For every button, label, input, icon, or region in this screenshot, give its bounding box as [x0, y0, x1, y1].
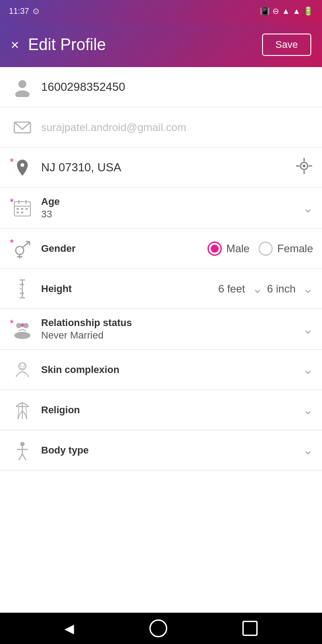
userid-value: 1600298352450	[41, 80, 125, 93]
close-button[interactable]: ×	[11, 38, 19, 52]
religion-label: Religion	[41, 404, 80, 415]
gender-required: *	[10, 237, 14, 249]
relationship-required: *	[10, 318, 14, 329]
feet-group[interactable]: 6 feet ⌄	[218, 281, 263, 296]
svg-line-46	[19, 454, 22, 460]
skin-complexion-chevron-icon: ⌄	[298, 362, 313, 377]
skin-content: Skin complexion	[36, 364, 298, 376]
gps-target-icon[interactable]	[291, 157, 313, 178]
email-icon	[9, 118, 36, 137]
gender-content: Gender	[36, 243, 202, 254]
email-placeholder: surajpatel.android@gmail.com	[41, 121, 186, 133]
svg-rect-16	[25, 208, 28, 210]
age-chevron-icon: ⌄	[298, 201, 313, 216]
body-type-content: Body type	[36, 445, 298, 456]
svg-marker-31	[21, 282, 24, 285]
svg-point-0	[18, 80, 26, 88]
location-icon: *	[9, 158, 36, 178]
page-title: Edit Profile	[28, 35, 106, 54]
wifi-icon: ▲	[282, 7, 290, 16]
female-label: Female	[277, 242, 313, 255]
body-type-chevron-icon: ⌄	[298, 443, 313, 458]
female-radio[interactable]	[258, 242, 273, 256]
inch-chevron-icon: ⌄	[298, 281, 313, 296]
relationship-row[interactable]: * Relationship status Never Married ⌄	[0, 309, 322, 350]
feet-chevron-icon: ⌄	[248, 281, 263, 296]
gender-icon: *	[9, 239, 36, 258]
body-type-row[interactable]: Body type ⌄	[0, 430, 322, 470]
svg-point-35	[14, 332, 30, 339]
svg-point-38	[24, 365, 25, 367]
female-option[interactable]: Female	[258, 242, 313, 256]
feet-value: 6 feet	[218, 283, 245, 295]
svg-line-47	[22, 454, 26, 460]
age-row[interactable]: * Age 33 ⌄	[0, 188, 322, 229]
male-radio[interactable]	[208, 242, 222, 256]
save-button[interactable]: Save	[262, 34, 311, 56]
inch-value: 6 inch	[267, 283, 296, 295]
calendar-icon: *	[9, 198, 36, 218]
body-type-icon	[9, 441, 36, 460]
age-label: Age	[41, 196, 298, 208]
height-icon	[9, 279, 36, 299]
location-row[interactable]: * NJ 07310, USA	[0, 148, 322, 188]
signal-icon: ▲	[292, 7, 301, 16]
time-display: 11:37	[9, 7, 29, 16]
height-content: Height	[36, 283, 213, 295]
header-left: × Edit Profile	[11, 35, 106, 54]
status-bar-right: 📳 ⊖ ▲ ▲ 🔋	[260, 6, 313, 16]
userid-content: 1600298352450	[36, 80, 313, 94]
height-row: Height 6 feet ⌄ 6 inch ⌄	[0, 269, 322, 309]
svg-rect-14	[17, 208, 19, 210]
svg-point-5	[303, 165, 305, 167]
battery-icon: 🔋	[303, 6, 313, 16]
relationship-content: Relationship status Never Married	[36, 317, 298, 341]
svg-point-33	[16, 323, 21, 328]
status-bar: 11:37 ⊙ 📳 ⊖ ▲ ▲ 🔋	[0, 0, 322, 22]
back-button[interactable]: ◀	[64, 621, 74, 636]
male-radio-inner	[211, 245, 219, 253]
svg-point-43	[20, 442, 25, 446]
bottom-navigation: ◀	[0, 613, 322, 644]
email-row[interactable]: surajpatel.android@gmail.com	[0, 107, 322, 148]
relationship-chevron-icon: ⌄	[298, 322, 313, 337]
religion-chevron-icon: ⌄	[298, 402, 313, 417]
svg-rect-18	[21, 212, 23, 213]
skin-complexion-label: Skin complexion	[41, 364, 119, 375]
minus-circle-icon: ⊖	[272, 6, 279, 16]
recent-button[interactable]	[242, 621, 258, 636]
svg-marker-32	[21, 292, 24, 296]
userid-row: 1600298352450	[0, 67, 322, 107]
male-option[interactable]: Male	[208, 242, 250, 256]
svg-point-34	[23, 323, 29, 328]
location-content: NJ 07310, USA	[36, 161, 291, 174]
user-icon	[9, 77, 36, 97]
svg-rect-17	[17, 212, 19, 213]
svg-point-3	[21, 163, 24, 167]
svg-line-20	[23, 242, 30, 248]
header: × Edit Profile Save	[0, 22, 322, 67]
religion-row[interactable]: Religion ⌄	[0, 390, 322, 430]
relationship-value: Never Married	[41, 330, 298, 341]
skin-complexion-row[interactable]: Skin complexion ⌄	[0, 350, 322, 390]
svg-point-37	[20, 365, 21, 367]
gender-options: Male Female	[202, 242, 313, 256]
email-content: surajpatel.android@gmail.com	[36, 121, 313, 134]
home-button[interactable]	[149, 619, 167, 637]
religion-content: Religion	[36, 404, 298, 416]
gender-row: * Gender Male Female	[0, 229, 322, 269]
gender-label: Gender	[41, 243, 76, 254]
age-required: *	[10, 196, 14, 208]
svg-point-19	[16, 246, 24, 254]
age-content: Age 33	[36, 196, 298, 220]
male-label: Male	[226, 242, 250, 255]
age-value: 33	[41, 208, 298, 220]
location-value: NJ 07310, USA	[41, 161, 121, 174]
location-required: *	[10, 156, 14, 168]
height-label: Height	[41, 283, 72, 294]
inch-group[interactable]: 6 inch ⌄	[267, 281, 313, 296]
vibrate-icon: 📳	[260, 6, 270, 16]
svg-point-1	[15, 90, 30, 97]
status-bar-left: 11:37 ⊙	[9, 6, 39, 16]
content-area: 1600298352450 surajpatel.android@gmail.c…	[0, 67, 322, 613]
